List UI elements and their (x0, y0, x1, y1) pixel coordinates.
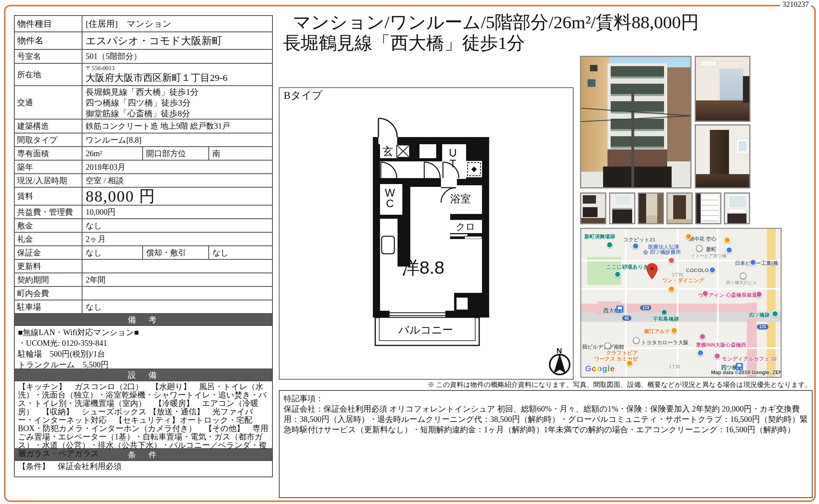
row-label: 駐車場 (15, 300, 82, 313)
photo-bedroom-closet (695, 124, 750, 188)
biko-line: ・UCOM光: 0120-359-841 (18, 338, 269, 349)
table-row: 共益費・管理費 10,000円 (15, 205, 272, 218)
room-label-genkan: 玄 (382, 146, 393, 157)
rent-value: 88,000 円 (82, 188, 272, 205)
route-badge: 173 (757, 324, 768, 329)
photo-building-exterior (580, 56, 692, 188)
table-row: 建築構造 鉄筋コンクリート造 地上9階 総戸数31戸 (15, 119, 272, 133)
room-label-bath: 浴室 (450, 194, 471, 204)
map-pin-white (604, 342, 611, 349)
station-icon (736, 363, 743, 370)
row-value: 2018年03月 (82, 161, 272, 173)
route-badge: 173 (640, 305, 652, 310)
section-header-setsubi: 設 備 (15, 369, 272, 380)
table-row: 専有面積 26m² 開口部方位 南 (15, 146, 272, 160)
row-value: なし (82, 219, 272, 232)
map-label: 新町演舞場跡 (584, 233, 615, 240)
row-label: 敷金 (15, 219, 82, 232)
map-label: イトーピア四ツ橋 (691, 253, 727, 259)
disclaimer-note: ※ この資料は物件の概略紹介資料になります。写真、間取図面、設備、概要などが現況… (427, 380, 812, 389)
biko-line: 駐輪場 500円(税別)/1台 (18, 349, 269, 359)
row-value: 2ヶ月 (82, 233, 272, 245)
biko-line: ■無線LAN・Wifi対応マンション■ (18, 327, 269, 338)
compass-north-label: N (556, 347, 562, 355)
row-label: 物件名 (15, 32, 82, 49)
compass-icon (550, 353, 570, 375)
map-copyright: Map data ©2019 Google, ZENRIN (711, 369, 782, 375)
document-number: 3210237 (782, 0, 809, 9)
table-row: 間取タイプ ワンルーム[8.8] (15, 133, 272, 146)
map-pin-teal (614, 271, 621, 278)
table-row: 賃料 88,000 円 (15, 187, 272, 205)
table-row: 物件名 エスパシオ・コモド大阪新町 (15, 31, 272, 49)
map-pin-teal (606, 241, 613, 248)
section-body-biko: ■無線LAN・Wifi対応マンション■ ・UCOM光: 0120-359-841… (15, 325, 272, 369)
row-label: 建築構造 (15, 120, 82, 133)
route-badge: 41 (622, 316, 631, 321)
row-sublabel: 償却・敷引 (142, 246, 209, 259)
map-pin-blue (697, 349, 704, 356)
row-subvalue: なし (209, 246, 271, 259)
photo-entrance-door (666, 192, 693, 224)
table-row: 築年 2018年03月 (15, 160, 272, 173)
row-value: 〒550-0013 大阪府大阪市西区新町１丁目29-6 (82, 64, 272, 85)
map-pin-pink (714, 353, 721, 359)
table-row: 号室名 501（5階部分） (15, 49, 272, 63)
map-pin-white (740, 273, 747, 279)
photo-kitchen-2 (609, 192, 635, 224)
map-label: 1丁目 (669, 364, 680, 370)
table-row: 現況/入居時期 空室 / 相談 (15, 173, 272, 187)
row-value: 2年間 (82, 273, 272, 286)
room-label-ut: UT (447, 148, 459, 169)
table-row: 所在地 〒550-0013 大阪府大阪市西区新町１丁目29-6 (15, 63, 272, 85)
row-value: 501（5階部分） (82, 50, 272, 63)
row-label: 保証金 (15, 246, 82, 259)
row-label: 更新料 (15, 260, 82, 273)
row-label: 町内会費 (15, 287, 82, 300)
row-value (82, 287, 272, 300)
map-panel: 新町演舞場跡 コクピット21 酒中花 空心 医療法人弘清 会 四ツ橋診療所 新町… (580, 228, 782, 378)
table-row: 保証金 なし 償却・敷引 なし (15, 245, 272, 259)
property-table: 物件種目 [住居用] マンション 物件名 エスパシオ・コモド大阪新町 号室名 5… (14, 15, 273, 477)
map-label: 日本ピラー工業(株 (735, 260, 778, 267)
row-subvalue: 南 (209, 147, 271, 160)
map-label: 新町 (706, 246, 716, 253)
table-row: 契約期間 2年間 (15, 273, 272, 286)
map-pin-orange (626, 360, 633, 367)
row-label: 契約期間 (15, 273, 82, 286)
table-row: 礼金 2ヶ月 (15, 232, 272, 245)
table-row: 敷金 なし (15, 218, 272, 232)
photo-hallway (638, 192, 664, 224)
access-line: 四つ橋線「四ツ橋」徒歩3分 (86, 98, 269, 108)
floorplan-type-label: Bタイプ (284, 90, 322, 101)
floorplan-panel: Bタイプ 玄 UT WC 浴室 クロ 洋8.8 バルコニー N (279, 87, 574, 380)
photo-living-room (695, 56, 750, 122)
map-label: ワン・ダイニング (662, 277, 704, 284)
section-body-setsubi: 【キッチン】 ガスコンロ（2口） 【水廻り】 風呂・トイレ（水洗）・洗面台（独立… (15, 380, 272, 448)
map-pin-orange (724, 237, 731, 243)
map-label: トヨタカローラ大阪 (641, 339, 688, 346)
map-pin-orange (668, 286, 675, 292)
row-value: 鉄筋コンクリート造 地上9階 総戸数31戸 (82, 120, 272, 133)
map-pin-pink (756, 291, 762, 298)
section-body-joken: 【条件】 保証会社利用必須 (15, 460, 272, 477)
google-logo: Google (585, 364, 615, 373)
photo-washbasin (724, 192, 750, 224)
row-value: 長堀鶴見線「西大橋」徒歩1分 四つ橋線「四ツ橋」徒歩3分 御堂筋線「心斎橋」徒歩… (82, 86, 272, 119)
row-value: [住居用] マンション (82, 16, 272, 31)
page-title: マンション/ワンルーム/5階部分/26m²/賃料88,000円 (293, 10, 699, 34)
row-label: 交通 (15, 86, 82, 119)
station-icon (616, 306, 623, 313)
row-value (82, 260, 272, 273)
row-value: なし (82, 246, 142, 259)
row-label: 現況/入居時期 (15, 174, 82, 187)
map-pin-orange (685, 233, 692, 240)
property-sheet: 3210237 マンション/ワンルーム/5階部分/26m²/賃料88,000円 … (0, 0, 819, 504)
map-pin-blue (632, 243, 639, 249)
photo-shelf (695, 192, 721, 224)
row-label: 礼金 (15, 233, 82, 245)
row-value: 26m² (82, 147, 142, 160)
map-label: 会 四ツ橋診療所 (643, 249, 681, 256)
room-label-main: 洋8.8 (402, 259, 445, 277)
row-label: 号室名 (15, 50, 82, 63)
